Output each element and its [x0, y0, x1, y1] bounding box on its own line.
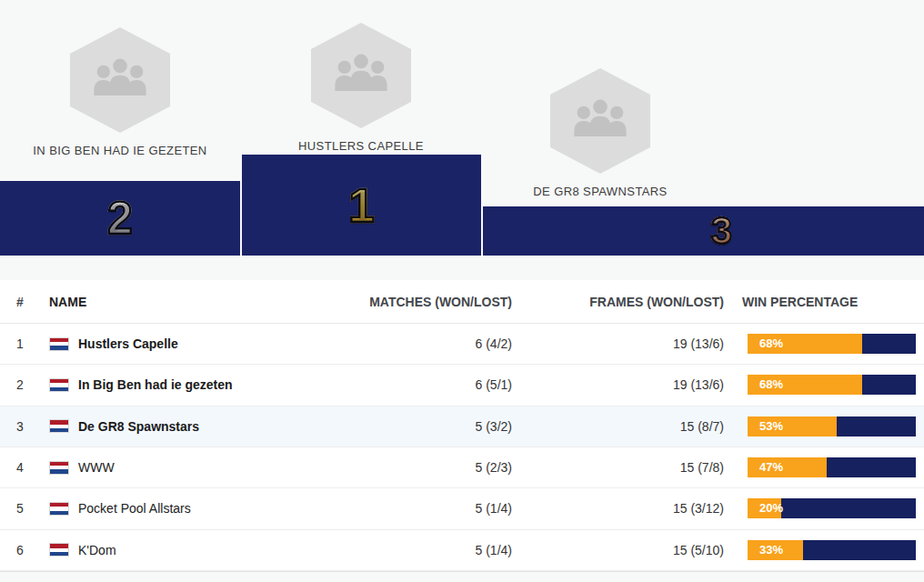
netherlands-flag-icon — [49, 543, 69, 557]
header-win-percentage: WIN PERCENTAGE — [742, 295, 924, 309]
podium-block-first: 1 — [242, 155, 481, 256]
podium-team-first[interactable]: HUSTLERS CAPELLE — [252, 23, 470, 156]
row-rank: 1 — [0, 336, 40, 351]
team-name: Pocket Pool Allstars — [78, 501, 191, 516]
team-name-third: DE GR8 SPAWNSTARS — [491, 183, 709, 201]
header-frames: FRAMES (WON/LOST) — [528, 295, 742, 309]
matches-value: 5 (3/2) — [310, 419, 528, 434]
netherlands-flag-icon — [49, 419, 69, 433]
row-rank: 6 — [0, 543, 40, 557]
win-percentage-bar: 47% — [748, 457, 916, 477]
table-row[interactable]: 1 Hustlers Capelle 6 (4/2) 19 (13/6) 68% — [0, 324, 924, 365]
podium-rank-3: 3 — [711, 212, 732, 250]
podium-rank-2: 2 — [107, 196, 133, 241]
table-row[interactable]: 3 De GR8 Spawnstars 5 (3/2) 15 (8/7) 53% — [0, 406, 924, 447]
footer-strip — [0, 571, 924, 582]
podium-rank-1: 1 — [348, 182, 375, 229]
header-name: NAME — [40, 295, 310, 309]
netherlands-flag-icon — [49, 502, 69, 516]
matches-value: 5 (1/4) — [310, 543, 528, 557]
win-percentage-label: 47% — [759, 457, 783, 477]
matches-value: 5 (1/4) — [310, 501, 528, 516]
team-avatar-hexagon — [550, 68, 650, 174]
row-rank: 5 — [0, 501, 40, 516]
frames-value: 15 (7/8) — [528, 460, 742, 475]
team-name-second: IN BIG BEN HAD IE GEZETEN — [11, 142, 229, 160]
netherlands-flag-icon — [49, 337, 69, 351]
podium-team-second[interactable]: IN BIG BEN HAD IE GEZETEN — [11, 27, 229, 160]
standings-table: # NAME MATCHES (WON/LOST) FRAMES (WON/LO… — [0, 280, 924, 571]
frames-value: 15 (8/7) — [528, 419, 742, 434]
team-name: Hustlers Capelle — [78, 336, 178, 351]
team-group-icon — [570, 97, 630, 145]
podium-team-third[interactable]: DE GR8 SPAWNSTARS — [491, 68, 709, 201]
team-group-icon — [331, 52, 391, 99]
table-row[interactable]: 4 WWW 5 (2/3) 15 (7/8) 47% — [0, 447, 924, 488]
team-name: De GR8 Spawnstars — [78, 419, 199, 434]
table-row[interactable]: 2 In Big Ben had ie gezeten 6 (5/1) 19 (… — [0, 365, 924, 406]
win-percentage-bar: 53% — [748, 416, 916, 436]
table-body: 1 Hustlers Capelle 6 (4/2) 19 (13/6) 68%… — [0, 324, 924, 571]
table-header-row: # NAME MATCHES (WON/LOST) FRAMES (WON/LO… — [0, 280, 924, 324]
header-matches: MATCHES (WON/LOST) — [310, 295, 528, 309]
row-rank: 3 — [0, 419, 40, 434]
table-row[interactable]: 6 K'Dom 5 (1/4) 15 (5/10) 33% — [0, 530, 924, 571]
table-row[interactable]: 5 Pocket Pool Allstars 5 (1/4) 15 (3/12)… — [0, 488, 924, 529]
win-percentage-label: 68% — [759, 334, 783, 354]
win-percentage-bar: 33% — [748, 540, 916, 560]
matches-value: 6 (4/2) — [310, 336, 528, 351]
frames-value: 19 (13/6) — [528, 336, 742, 351]
frames-value: 15 (5/10) — [528, 543, 742, 557]
header-rank: # — [0, 295, 40, 309]
win-percentage-label: 33% — [759, 540, 783, 560]
win-percentage-bar: 20% — [748, 498, 916, 518]
team-name: K'Dom — [78, 543, 116, 557]
team-avatar-hexagon — [311, 23, 411, 128]
podium: IN BIG BEN HAD IE GEZETEN HUSTLERS CAPEL… — [0, 0, 924, 256]
win-percentage-bar: 68% — [748, 334, 916, 354]
netherlands-flag-icon — [49, 461, 69, 475]
row-rank: 4 — [0, 460, 40, 475]
team-avatar-hexagon — [70, 27, 170, 133]
matches-value: 6 (5/1) — [310, 377, 528, 392]
netherlands-flag-icon — [49, 378, 69, 392]
podium-block-third: 3 — [483, 206, 924, 256]
team-name-first: HUSTLERS CAPELLE — [252, 137, 470, 156]
team-name: WWW — [78, 460, 115, 475]
win-percentage-label: 68% — [759, 375, 783, 395]
win-percentage-label: 20% — [759, 498, 783, 518]
podium-block-second: 2 — [0, 181, 240, 256]
matches-value: 5 (2/3) — [310, 460, 528, 475]
win-percentage-label: 53% — [759, 416, 783, 436]
row-rank: 2 — [0, 377, 40, 392]
team-group-icon — [90, 56, 150, 104]
team-name: In Big Ben had ie gezeten — [78, 377, 233, 392]
frames-value: 19 (13/6) — [528, 377, 742, 392]
win-percentage-bar: 68% — [748, 375, 916, 395]
frames-value: 15 (3/12) — [528, 501, 742, 516]
